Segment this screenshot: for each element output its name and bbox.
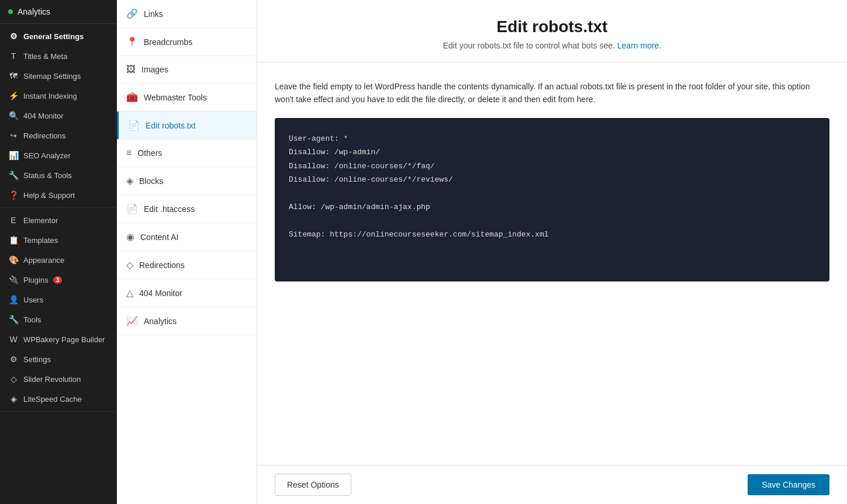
sidebar-item-redirections[interactable]: ↪Redirections [0,126,117,145]
footer-bar: Reset Options Save Changes [257,465,847,504]
sidebar: Analytics ⚙General SettingsTTitles & Met… [0,0,117,504]
sub-nav-icon: ≡ [126,148,132,158]
sidebar-nav-icon: 📊 [8,150,19,161]
sub-nav-item-edit-htaccess[interactable]: 📄Edit .htaccess [117,195,257,223]
app-title: Analytics [18,7,50,16]
sub-nav-icon: ◈ [126,175,133,186]
sidebar-top-nav: ⚙General SettingsTTitles & Meta🗺Sitemap … [0,24,117,208]
sub-nav-item-404-monitor[interactable]: △404 Monitor [117,279,257,307]
sub-nav-icon: 🖼 [126,64,136,75]
sidebar-item-instant-indexing[interactable]: ⚡Instant Indexing [0,86,117,106]
sidebar-nav-icon: 🔌 [8,274,19,285]
sidebar-item-settings[interactable]: ⚙Settings [0,349,117,369]
sidebar-item-404-monitor[interactable]: 🔍404 Monitor [0,106,117,126]
sidebar-bottom-nav: EElementor📋Templates🎨Appearance🔌Plugins3… [0,208,117,412]
sub-nav-icon: △ [126,287,133,298]
sidebar-item-wpbakery-page-builder[interactable]: WWPBakery Page Builder [0,329,117,349]
page-title: Edit robots.txt [269,18,835,36]
learn-more-link[interactable]: Learn more [617,41,659,50]
sidebar-item-slider-revolution[interactable]: ◇Slider Revolution [0,369,117,389]
reset-options-button[interactable]: Reset Options [275,474,351,496]
sidebar-item-plugins[interactable]: 🔌Plugins3 [0,270,117,290]
sub-nav-item-others[interactable]: ≡Others [117,140,257,167]
sidebar-item-status--tools[interactable]: 🔧Status & Tools [0,165,117,185]
sidebar-item-appearance[interactable]: 🎨Appearance [0,250,117,270]
sidebar-nav-icon: 📋 [8,235,19,245]
sidebar-item-help--support[interactable]: ❓Help & Support [0,185,117,205]
status-dot-icon [8,9,13,14]
sidebar-nav-icon: ↪ [8,130,19,141]
panel-description: Leave the field empty to let WordPress h… [275,80,829,106]
sidebar-item-users[interactable]: 👤Users [0,290,117,310]
sidebar-nav-icon: T [8,51,19,61]
badge: 3 [53,276,63,284]
sub-nav-icon: 📍 [126,36,138,47]
sub-nav-item-redirections[interactable]: ◇Redirections [117,251,257,279]
sub-nav-item-webmaster-tools[interactable]: 🧰Webmaster Tools [117,84,257,112]
sidebar-nav-icon: E [8,215,19,225]
sidebar-nav-icon: ❓ [8,190,19,200]
sub-nav-item-images[interactable]: 🖼Images [117,56,257,84]
sub-nav-item-edit-robotstxt[interactable]: 📄Edit robots.txt [117,112,257,140]
sidebar-nav-icon: ⚙ [8,354,19,364]
sidebar-top: Analytics [0,0,117,24]
right-panel: Edit robots.txt Edit your robots.txt fil… [257,0,847,504]
sub-nav-item-blocks[interactable]: ◈Blocks [117,167,257,195]
sub-nav-icon: 🧰 [126,92,138,103]
sub-nav-item-links[interactable]: 🔗Links [117,0,257,28]
sidebar-item-seo-analyzer[interactable]: 📊SEO Analyzer [0,145,117,165]
page-header: Edit robots.txt Edit your robots.txt fil… [257,0,847,62]
sidebar-nav-icon: ◈ [8,394,19,404]
sidebar-nav-icon: 🔧 [8,170,19,180]
sidebar-nav-icon: ◇ [8,374,19,384]
page-subtitle: Edit your robots.txt file to control wha… [269,41,835,50]
sidebar-item-general-settings[interactable]: ⚙General Settings [0,26,117,46]
sub-nav: 🔗Links📍Breadcrumbs🖼Images🧰Webmaster Tool… [117,0,257,504]
save-changes-button[interactable]: Save Changes [748,474,829,495]
sidebar-nav-icon: 🔍 [8,110,19,121]
sub-nav-item-content-ai[interactable]: ◉Content AI [117,223,257,251]
sub-nav-icon: ◇ [126,259,133,270]
sidebar-nav-icon: 🔧 [8,314,19,325]
sub-nav-icon: 📄 [126,203,138,214]
sub-nav-icon: 📄 [128,120,140,131]
sidebar-nav-icon: 👤 [8,294,19,305]
sidebar-item-templates[interactable]: 📋Templates [0,230,117,250]
main-area: 🔗Links📍Breadcrumbs🖼Images🧰Webmaster Tool… [117,0,847,504]
sidebar-nav-icon: 🗺 [8,71,19,81]
sidebar-nav-icon: 🎨 [8,255,19,265]
sidebar-item-sitemap-settings[interactable]: 🗺Sitemap Settings [0,66,117,86]
sub-nav-item-breadcrumbs[interactable]: 📍Breadcrumbs [117,28,257,56]
sidebar-item-titles--meta[interactable]: TTitles & Meta [0,46,117,66]
panel-body: Leave the field empty to let WordPress h… [257,62,847,465]
sidebar-nav-icon: ⚡ [8,91,19,101]
sub-nav-icon: 📈 [126,315,138,326]
sub-nav-item-analytics[interactable]: 📈Analytics [117,307,257,335]
content-area: 🔗Links📍Breadcrumbs🖼Images🧰Webmaster Tool… [117,0,847,504]
sidebar-item-elementor[interactable]: EElementor [0,210,117,230]
robots-editor[interactable]: User-agent: * Disallow: /wp-admin/ Disal… [275,118,829,281]
sidebar-nav-icon: ⚙ [8,31,19,41]
sidebar-nav-icon: W [8,334,19,345]
sub-nav-icon: ◉ [126,231,134,242]
sidebar-item-tools[interactable]: 🔧Tools [0,310,117,329]
sidebar-item-litespeed-cache[interactable]: ◈LiteSpeed Cache [0,389,117,409]
sub-nav-icon: 🔗 [126,8,138,19]
